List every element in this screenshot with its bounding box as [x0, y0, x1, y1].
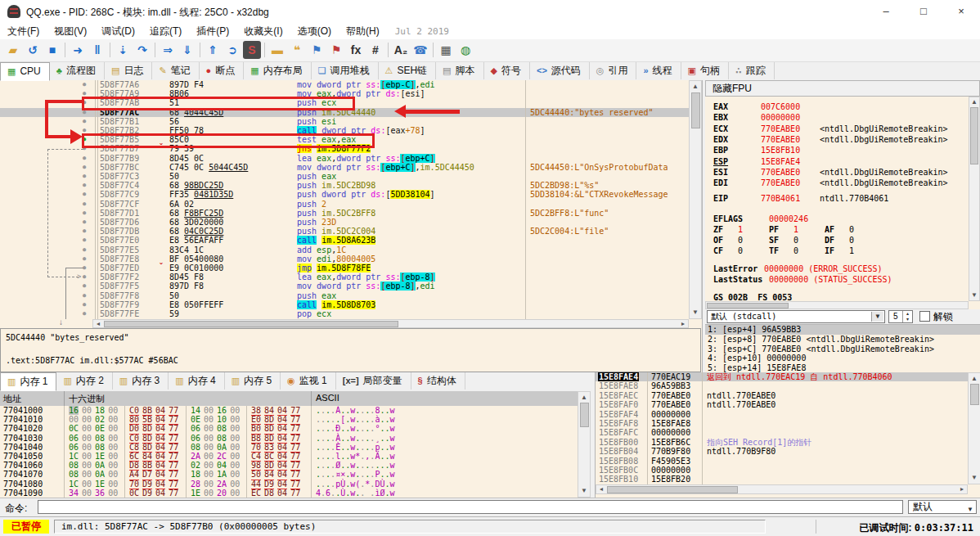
functions-icon[interactable]: fx — [347, 41, 365, 59]
dump-row[interactable]: 770410501C001E006C8404772A002C00C48C0477… — [0, 452, 578, 461]
tab-内存 3[interactable]: ▥内存 3 — [113, 372, 169, 390]
dump-row[interactable]: 770410200C000E00D08D047706000800B08D0477… — [0, 424, 578, 433]
disasm-row[interactable]: ●5D8F77B156push esi — [0, 117, 689, 126]
disasm-row[interactable]: ●5D8F77FE59pop ecx — [0, 309, 689, 318]
step-into-icon[interactable]: ⇣ — [114, 41, 132, 59]
tab-引用[interactable]: ◎引用 — [590, 62, 637, 79]
labels-icon[interactable]: ⚑ — [308, 41, 326, 59]
tab-监视 1[interactable]: ◉监视 1 — [281, 372, 336, 390]
close-button[interactable]: × — [942, 0, 980, 23]
ordinals-icon[interactable]: # — [366, 41, 384, 59]
hide-fpu-button[interactable]: 隐藏FPU — [705, 80, 980, 97]
disasm-row[interactable]: ●5D8F77C468 98BDC25Dpush im.5DC2BD985DC2… — [0, 181, 689, 190]
menu-item[interactable]: 视图(V) — [47, 23, 94, 40]
restart-icon[interactable]: ↺ — [24, 41, 42, 59]
stack-row[interactable]: 15E8FAF400000000 — [596, 410, 968, 419]
step-over-icon[interactable]: ↷ — [133, 41, 151, 59]
argument-row[interactable]: 3: [esp+C] 770EABE0 <ntdll.DbgUiRemoteBr… — [705, 345, 980, 354]
stack-hscrollbar[interactable]: ◂ ▸ — [596, 484, 968, 494]
tab-内存 2[interactable]: ▥内存 2 — [56, 372, 112, 390]
calculator-icon[interactable]: ▦ — [437, 41, 455, 59]
tab-内存 5[interactable]: ▥内存 5 — [225, 372, 281, 390]
chevron-down-icon[interactable]: ▼ — [871, 312, 883, 322]
tab-线程[interactable]: »线程 — [636, 62, 681, 79]
strings-icon[interactable]: A₂ — [392, 41, 410, 59]
stack-row[interactable]: 15E8FAEC770EABE0ntdll.770EABE0 — [596, 391, 968, 400]
dump-row[interactable]: 7704101000000200805B04770E001000E08D0477… — [0, 415, 578, 424]
menu-item[interactable]: 帮助(H) — [339, 23, 387, 40]
tab-内存布局[interactable]: ▦内存布局 — [244, 62, 311, 79]
disasm-row[interactable]: ●5D8F77E8BF 05400080mov edi,80004005 — [0, 254, 689, 263]
dump-row[interactable]: 770410801C001E0070D9047728002A0044D90477… — [0, 480, 578, 489]
disasm-row[interactable]: ●5D8F77E583C4 1Cadd esp,1C — [0, 245, 689, 254]
disasm-row[interactable]: ●5D8F77DB68 04C0C25Dpush im.5DC2C0045DC2… — [0, 227, 689, 236]
disasm-row[interactable]: ●5D8F77D168 F8BFC25Dpush im.5DC2BFF85DC2… — [0, 209, 689, 218]
argument-count-stepper[interactable]: 5 ▴▾ — [888, 310, 913, 323]
disasm-row[interactable]: ●5D8F77D668 3D020000push 23D — [0, 218, 689, 227]
tab-内存 1[interactable]: ▥内存 1 — [0, 372, 56, 391]
disasm-row[interactable]: ●5D8F77E0E8 56EAFAFFcall im.5D8A623B — [0, 236, 689, 245]
registers-vscrollbar[interactable]: ▲ ▼ — [969, 97, 980, 301]
scroll-right-icon[interactable]: ▸ — [679, 320, 687, 327]
stack-row[interactable]: 15E8FAF815E8FAE8 — [596, 419, 968, 428]
stack-row[interactable]: 15E8FAE896A59BB3 — [596, 381, 968, 390]
dump-row[interactable]: 7704100016001800C08B04771400160038840477… — [0, 406, 578, 415]
disassembly-vscrollbar[interactable]: ▲ ▼ — [689, 80, 702, 319]
tab-符号[interactable]: ◆符号 — [484, 62, 530, 79]
menu-item[interactable]: 追踪(T) — [142, 23, 189, 40]
tab-源代码[interactable]: <>源代码 — [530, 62, 590, 79]
run-until-return-icon[interactable]: ⇑ — [204, 41, 222, 59]
scroll-down-icon[interactable]: ▼ — [969, 291, 979, 300]
maximize-button[interactable]: □ — [905, 0, 942, 23]
stack-row[interactable]: 15E8FB04770B9F80ntdll.770B9F80 — [596, 447, 968, 456]
scrollbar-thumb[interactable] — [970, 384, 979, 405]
disasm-row[interactable]: ●5D8F77BCC745 0C 5044C45Dmov dword ptr s… — [0, 163, 689, 172]
argument-row[interactable]: 1: [esp+4] 96A59BB3 — [705, 325, 980, 335]
scroll-left-icon[interactable]: ◂ — [597, 485, 605, 493]
trace-into-icon[interactable]: ➲ — [223, 41, 241, 59]
comments-icon[interactable]: ❝ — [288, 41, 306, 59]
globe-icon[interactable]: ◍ — [456, 41, 474, 59]
scroll-down-icon[interactable]: ▼ — [690, 308, 701, 318]
scylla-icon[interactable]: S — [243, 41, 261, 59]
scroll-up-icon[interactable]: ▲ — [578, 393, 590, 403]
tab-CPU[interactable]: ▦CPU — [0, 62, 50, 81]
argument-row[interactable]: 2: [esp+8] 770EABE0 <ntdll.DbgUiRemoteBr… — [705, 335, 980, 345]
tab-SEH链[interactable]: ⚠SEH链 — [379, 62, 437, 79]
dump-row[interactable]: 7704104006000800C88D047708000A0070830477… — [0, 443, 578, 452]
scroll-up-icon[interactable]: ▲ — [690, 82, 701, 92]
tab-脚本[interactable]: ▤脚本 — [436, 62, 483, 79]
disasm-row[interactable]: ●5D8F77F28D45 F8lea eax,dword ptr ss:[eb… — [0, 273, 689, 282]
bookmarks-icon[interactable]: ⚑ — [327, 41, 345, 59]
stack-row[interactable]: 15E8FB08F45905E3 — [596, 457, 968, 466]
disasm-row[interactable]: ●5D8F77CF6A 02push 2 — [0, 200, 689, 209]
scroll-down-icon[interactable]: ▼ — [578, 486, 590, 496]
handset-icon[interactable]: ☎ — [411, 41, 429, 59]
tab-调用堆栈[interactable]: ❏调用堆栈 — [312, 62, 379, 79]
tab-断点[interactable]: ●断点 — [200, 62, 245, 79]
tab-局部变量[interactable]: [x=]局部变量 — [336, 372, 411, 390]
scroll-down-icon[interactable]: ▼ — [969, 473, 980, 483]
stack-row[interactable]: 15E8FB0015E8FB6C指向SEH_Record[1]的指针 — [596, 438, 968, 447]
disasm-row[interactable]: ●5D8F77EDE9 0C010000ˇjmp im.5D8F78FE — [0, 263, 689, 273]
stack-row[interactable]: 15E8FB1015E8FB20 — [596, 475, 968, 484]
stack-row[interactable]: 15E8FAFC00000000 — [596, 428, 968, 437]
menu-item[interactable]: 插件(P) — [189, 23, 236, 40]
run-icon[interactable]: ➜ — [69, 41, 87, 59]
scrollbar-thumb[interactable] — [970, 107, 978, 164]
scrollbar-thumb[interactable] — [707, 303, 789, 309]
stepper-arrows-icon[interactable]: ▴▾ — [902, 311, 912, 322]
menu-item[interactable]: 文件(F) — [0, 23, 47, 40]
calling-convention-select[interactable]: 默认 (stdcall) ▼ — [707, 310, 885, 323]
stack-row[interactable]: 15E8FAE4770EAC19返回到 ntdll.770EAC19 自 ntd… — [596, 372, 968, 381]
stack-vscrollbar[interactable]: ▲ ▼ — [968, 372, 980, 484]
disasm-row[interactable]: ●5D8F77F5897D F8mov dword ptr ss:[ebp-8]… — [0, 282, 689, 291]
dump-row[interactable]: 7704103006000800C08D047706000800B88D0477… — [0, 434, 578, 443]
disasm-row[interactable]: ●5D8F77B98D45 0Clea eax,dword ptr ss:[eb… — [0, 154, 689, 163]
dump-row[interactable]: 7704106008000A00D88B047702000400988D0477… — [0, 461, 578, 470]
tab-跟踪[interactable]: ∴跟踪 — [729, 62, 775, 79]
patch-icon[interactable]: ▬ — [268, 41, 286, 59]
scrollbar-thumb[interactable] — [607, 486, 738, 493]
disassembly-hscrollbar[interactable]: ◂ ▸ — [92, 319, 689, 328]
minimize-button[interactable]: – — [867, 0, 905, 23]
